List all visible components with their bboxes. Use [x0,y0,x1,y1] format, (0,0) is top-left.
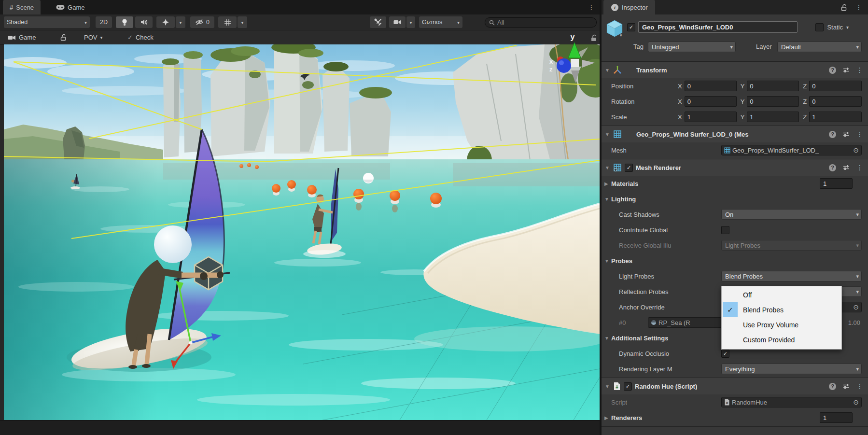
static-checkbox[interactable] [815,23,824,31]
presets-icon[interactable] [843,164,850,171]
help-icon[interactable]: ? [829,164,836,171]
object-picker-icon[interactable]: ⊙ [853,146,859,154]
mesh-renderer-header[interactable]: ▼ ✓ Mesh Renderer ? ⋮ [602,159,868,176]
tab-inspector[interactable]: i Inspector [603,0,655,14]
grid-visibility-button[interactable] [218,16,237,28]
help-icon[interactable]: ? [829,383,836,390]
wrench-icon [374,18,382,26]
scene-camera-button[interactable] [389,16,406,28]
inspector-menu-icon[interactable]: ⋮ [855,3,862,11]
scale-z-field[interactable]: 1 [809,112,862,122]
rendering-layer-dropdown[interactable]: Everything ▾ [721,364,862,374]
toggle-2d-button[interactable]: 2D [96,16,112,28]
position-y-field[interactable]: 0 [747,81,799,91]
position-z-field[interactable]: 0 [809,81,862,91]
camera-icon [393,19,402,25]
overlay-game-camera-button[interactable]: Game [5,31,39,43]
menu-item-custom-provided[interactable]: Custom Provided [722,332,841,347]
object-picker-icon[interactable]: ⊙ [853,398,859,406]
help-icon[interactable]: ? [829,67,836,74]
viewport-lock-icon[interactable] [590,34,598,42]
rendering-layer-row: Rendering Layer M Everything ▾ [602,361,868,377]
random-hue-header[interactable]: ▼ # ✓ Random Hue (Script) ? ⋮ [602,378,868,394]
script-object-field[interactable]: # RandomHue ⊙ [721,397,862,407]
mesh-renderer-enabled-checkbox[interactable]: ✓ [625,164,633,172]
contribute-gi-label: Contribute Global [619,226,668,234]
foldout-icon[interactable]: ▼ [604,165,610,170]
renderers-row[interactable]: ▶ Renderers 1 [602,410,868,425]
foldout-icon[interactable]: ▶ [604,415,608,421]
static-label: Static [827,24,843,31]
foldout-icon[interactable]: ▼ [604,132,610,137]
materials-row[interactable]: ▶ Materials 1 [602,176,868,191]
renderers-count-field[interactable]: 1 [820,412,853,423]
scale-y-field[interactable]: 1 [747,112,799,122]
scene-lighting-button[interactable] [116,16,133,28]
pov-label: POV [84,34,97,41]
presets-icon[interactable] [843,383,850,390]
foldout-icon[interactable]: ▼ [604,258,609,264]
scene-camera-dropdown[interactable]: ▾ [406,16,415,28]
materials-count-field[interactable]: 1 [820,178,853,189]
scale-x-field[interactable]: 1 [685,112,737,122]
mesh-filter-header[interactable]: ▼ Geo_Props_Wind Surfer_LOD_0 (Mes ? ⋮ [602,126,868,142]
shading-mode-dropdown[interactable]: Shaded ▾ [4,16,90,28]
presets-icon[interactable] [843,131,850,138]
scene-search-input[interactable]: All [485,17,597,28]
hidden-objects-button[interactable]: 0 [190,16,214,28]
rotation-z-field[interactable]: 0 [809,96,862,107]
menu-item-use-proxy-volume[interactable]: Use Proxy Volume [722,317,841,332]
mesh-object-field[interactable]: Geo_Props_WindSurfer_LOD_ ⊙ [721,145,862,155]
receive-gi-value: Light Probes [725,242,760,249]
rotation-x-field[interactable]: 0 [685,96,737,107]
layer-dropdown[interactable]: Default ▾ [777,42,862,52]
reflection-probes-label: Reflection Probes [619,288,669,295]
contribute-gi-checkbox[interactable] [721,226,729,234]
axis-bottom-cone [571,70,579,83]
scene-effects-button[interactable] [156,16,175,28]
menu-item-blend-probes[interactable]: ✓ Blend Probes [722,302,841,317]
tab-game-label: Game [68,4,84,11]
help-icon[interactable]: ? [829,131,836,138]
light-probes-dropdown[interactable]: Blend Probes ▾ [721,271,862,281]
chevron-down-icon: ▾ [100,35,102,40]
overlay-pov-dropdown[interactable]: POV ▾ [81,31,106,43]
foldout-icon[interactable]: ▶ [604,181,608,186]
scene-audio-button[interactable] [135,16,153,28]
menu-item-off[interactable]: Off [722,287,841,302]
position-x-field[interactable]: 0 [685,81,737,91]
lighting-section-row[interactable]: ▼ Lighting [602,191,868,207]
object-picker-icon[interactable]: ⊙ [853,303,859,311]
tag-dropdown[interactable]: Untagged ▾ [648,42,736,52]
foldout-icon[interactable]: ▼ [604,384,610,389]
scene-effects-dropdown[interactable]: ▾ [176,16,185,28]
component-menu-icon[interactable]: ⋮ [856,164,863,171]
gameobject-name-input[interactable]: Geo_Props_WindSurfer_LOD0 [638,21,798,33]
foldout-icon[interactable]: ▼ [604,336,609,341]
component-menu-icon[interactable]: ⋮ [856,66,863,74]
tab-scene[interactable]: # Scene [3,0,41,14]
overlay-lock-button[interactable] [57,31,70,43]
tab-game[interactable]: Game [49,0,91,14]
grid-settings-dropdown[interactable]: ▾ [238,16,247,28]
component-menu-icon[interactable]: ⋮ [856,382,863,390]
static-dropdown-icon[interactable]: ▾ [846,25,849,30]
transform-header[interactable]: ▼ Transform ? ⋮ [602,61,868,78]
rotation-y-field[interactable]: 0 [747,96,799,107]
component-menu-icon[interactable]: ⋮ [856,130,863,138]
overlay-check-toggle[interactable]: ✓ Check [125,31,156,43]
cast-shadows-dropdown[interactable]: On ▾ [721,209,862,220]
probes-section-row[interactable]: ▼ Probes [602,253,868,268]
foldout-icon[interactable]: ▼ [604,68,610,73]
dynamic-occlusion-checkbox[interactable]: ✓ [721,350,729,358]
scale-row: Scale X1 Y1 Z1 [602,109,868,125]
scene-viewport[interactable] [4,44,600,420]
scene-panel-menu-icon[interactable]: ⋮ [588,3,595,11]
scene-tools-button[interactable] [370,16,386,28]
random-hue-enabled-checkbox[interactable]: ✓ [624,382,632,391]
presets-icon[interactable] [843,67,850,73]
gameobject-active-checkbox[interactable]: ✓ [627,23,635,31]
foldout-icon[interactable]: ▼ [604,196,609,202]
gizmos-dropdown[interactable]: Gizmos ▾ [419,16,462,28]
inspector-lock-icon[interactable] [840,4,848,11]
